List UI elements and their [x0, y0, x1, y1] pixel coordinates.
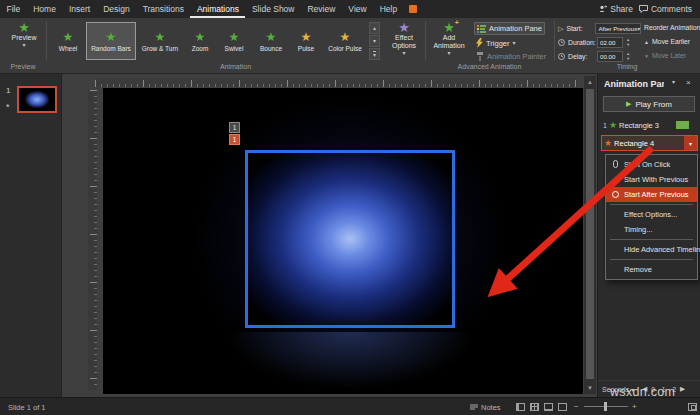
animation-pane-button[interactable]: Animation Pane	[474, 22, 545, 35]
menu-bar: File Home Insert Design Transitions Anim…	[0, 0, 700, 18]
entrance-star-icon: ★	[609, 121, 617, 130]
group-label-advanced-animation: Advanced Animation	[425, 63, 554, 70]
item-dropdown-button[interactable]: ▾	[684, 136, 697, 150]
animation-wheel[interactable]: ★ Wheel	[50, 22, 86, 60]
blue-rectangle-shape[interactable]	[245, 150, 455, 328]
menu-item-hide-advanced-timeline[interactable]: Hide Advanced Timeline	[606, 242, 697, 257]
animation-random-bars[interactable]: ★ Random Bars	[86, 22, 136, 60]
animation-painter-label: Animation Painter	[487, 52, 546, 61]
gallery-scroll-down[interactable]: ▾	[369, 35, 380, 47]
entrance-star-icon: ★	[106, 31, 117, 43]
share-button[interactable]: Share	[599, 4, 633, 14]
zoom-out-button[interactable]: −	[574, 402, 579, 411]
entrance-star-icon: ★	[155, 31, 166, 43]
trigger-button[interactable]: Trigger ▾	[476, 38, 516, 48]
tab-design[interactable]: Design	[97, 0, 136, 18]
tab-transitions[interactable]: Transitions	[136, 0, 190, 18]
animation-context-menu: Start On Click Start With Previous Start…	[605, 154, 698, 280]
fit-to-window-icon[interactable]	[688, 403, 697, 411]
animation-number-tag[interactable]: 1	[229, 122, 240, 133]
preview-button[interactable]: ★ Preview ▾	[4, 21, 44, 48]
watermark: wsxdn.com	[610, 385, 675, 399]
play-from-button[interactable]: ▶ Play From	[603, 96, 695, 112]
gallery-label: Zoom	[192, 45, 209, 52]
tab-home[interactable]: Home	[27, 0, 63, 18]
scroll-down-icon[interactable]: ▼	[584, 382, 596, 394]
animation-color-pulse[interactable]: ★ Color Pulse	[322, 22, 368, 60]
duration-row: Duration: 02.00 ▴▾	[558, 37, 629, 48]
animation-bounce[interactable]: ★ Bounce	[252, 22, 290, 60]
menu-item-start-after-previous[interactable]: Start After Previous	[606, 187, 697, 202]
chevron-down-icon: ▾	[447, 50, 450, 56]
add-animation-icon: ★ +	[443, 21, 455, 34]
add-animation-label: Add Animation	[429, 34, 469, 50]
start-select[interactable]: After Previous ▾	[595, 23, 641, 34]
move-earlier-button[interactable]: ▲ Move Earlier	[644, 38, 690, 45]
normal-view-icon[interactable]	[516, 403, 525, 411]
menu-item-start-with-previous[interactable]: Start With Previous	[606, 172, 697, 187]
pane-options-chevron-icon[interactable]: ▾	[672, 78, 675, 85]
menu-item-timing[interactable]: Timing...	[606, 222, 697, 237]
scrollbar-thumb[interactable]	[586, 89, 594, 379]
tab-file[interactable]: File	[0, 0, 27, 18]
animation-pulse[interactable]: ★ Pulse	[290, 22, 322, 60]
tab-slide-show[interactable]: Slide Show	[245, 0, 301, 18]
group-label-timing: Timing	[554, 63, 700, 70]
slide-canvas[interactable]: 1 1	[103, 88, 583, 394]
slide-thumbnail[interactable]	[17, 86, 57, 113]
effect-options-button[interactable]: ★ Effect Options ▾	[384, 21, 424, 56]
slideshow-view-icon[interactable]	[558, 403, 567, 411]
move-later-button[interactable]: ▼ Move Later	[644, 52, 686, 59]
gallery-more-button[interactable]: ▾	[369, 48, 380, 60]
effect-options-icon: ★	[398, 21, 410, 34]
comments-button[interactable]: Comments	[639, 4, 692, 14]
menu-separator	[610, 239, 693, 240]
timeline-scroll-right-icon[interactable]: ▶	[680, 385, 685, 393]
timeline-bar[interactable]	[676, 121, 689, 129]
menu-item-effect-options[interactable]: Effect Options...	[606, 207, 697, 222]
gallery-label: Bounce	[260, 45, 282, 52]
thumbnail-number: 1	[6, 86, 10, 95]
animation-grow-turn[interactable]: ★ Grow & Turn	[136, 22, 184, 60]
animation-zoom[interactable]: ★ Zoom	[184, 22, 216, 60]
animation-number-tag-selected[interactable]: 1	[229, 134, 240, 145]
zoom-in-button[interactable]: +	[632, 402, 637, 411]
animation-item-rectangle-3[interactable]: 1 ★ Rectangle 3	[601, 118, 698, 133]
tab-view[interactable]: View	[342, 0, 373, 18]
duration-input[interactable]: 02.00	[597, 37, 623, 48]
gallery-label: Swivel	[225, 45, 244, 52]
entrance-star-icon: ★	[195, 31, 206, 43]
more-icon: ▾	[373, 51, 376, 58]
delay-spinner[interactable]: ▴▾	[627, 52, 629, 62]
preview-star-icon: ★	[18, 21, 30, 34]
duration-spinner[interactable]: ▴▾	[627, 38, 629, 48]
menu-item-start-on-click[interactable]: Start On Click	[606, 157, 697, 172]
canvas-scrollbar[interactable]: ▲ ▼	[584, 76, 596, 394]
gallery-scroll-up[interactable]: ▴	[369, 22, 380, 34]
play-from-label: Play From	[635, 100, 671, 109]
delay-row: Delay: 00.00 ▴▾	[558, 51, 629, 62]
animation-swivel[interactable]: ★ Swivel	[216, 22, 252, 60]
duration-label: Duration:	[568, 39, 594, 46]
tab-animations[interactable]: Animations	[190, 0, 245, 18]
move-earlier-label: Move Earlier	[652, 38, 690, 45]
reading-view-icon[interactable]	[544, 403, 553, 411]
slide-sorter-view-icon[interactable]	[530, 403, 539, 411]
mouse-icon	[613, 160, 618, 168]
delay-input[interactable]: 00.00	[597, 51, 623, 62]
animation-painter-button[interactable]: Animation Painter	[476, 52, 546, 61]
gallery-label: Random Bars	[91, 45, 131, 52]
notes-button[interactable]: Notes	[470, 403, 501, 412]
zoom-slider-thumb[interactable]	[604, 402, 607, 411]
scroll-up-icon[interactable]: ▲	[584, 76, 596, 88]
animation-item-rectangle-4[interactable]: ★ Rectangle 4 ▾	[601, 135, 698, 151]
pane-close-icon[interactable]: ×	[686, 78, 691, 87]
add-animation-button[interactable]: ★ + Add Animation ▾	[428, 21, 470, 56]
item-label: Rectangle 4	[614, 139, 654, 148]
move-later-icon: ▼	[644, 53, 649, 59]
tab-insert[interactable]: Insert	[62, 0, 96, 18]
tab-help[interactable]: Help	[373, 0, 403, 18]
menu-item-remove[interactable]: Remove	[606, 262, 697, 277]
addin-icon[interactable]	[409, 5, 417, 13]
tab-review[interactable]: Review	[301, 0, 342, 18]
